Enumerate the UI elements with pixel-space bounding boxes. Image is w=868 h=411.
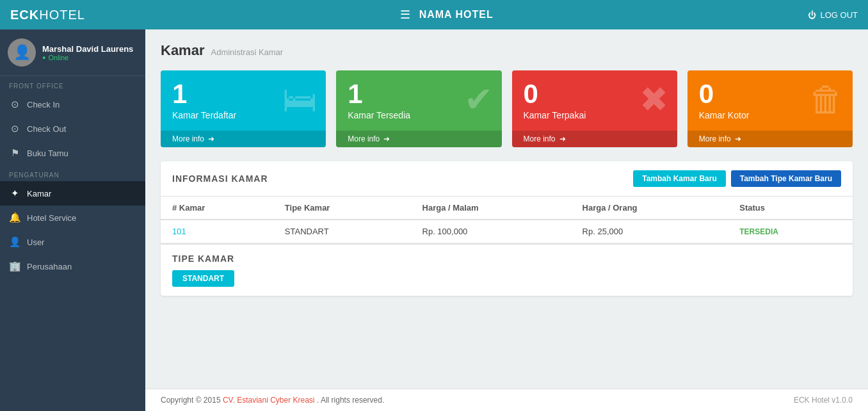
sidebar-item-kamar[interactable]: ✦ Kamar bbox=[0, 181, 145, 206]
col-status: Status bbox=[728, 197, 853, 220]
col-tipe: Tipe Kamar bbox=[273, 197, 411, 220]
footer: Copyright © 2015 CV. Estaviani Cyber Kre… bbox=[145, 389, 868, 411]
page-subtitle: Administrasi Kamar bbox=[211, 47, 283, 57]
building-icon: 🏢 bbox=[9, 261, 20, 272]
footer-version: ECK Hotel v1.0.0 bbox=[794, 396, 853, 405]
page-title: Kamar bbox=[161, 42, 204, 59]
col-harga-malam: Harga / Malam bbox=[411, 197, 571, 220]
kamar-table: # Kamar Tipe Kamar Harga / Malam Harga /… bbox=[161, 197, 853, 243]
tipe-title: TIPE KAMAR bbox=[172, 254, 841, 264]
footer-copyright: Copyright © 2015 CV. Estaviani Cyber Kre… bbox=[161, 396, 384, 405]
sidebar-user: 👤 Marshal David Laurens Online bbox=[0, 29, 145, 76]
tipe-kamar-cell: STANDART bbox=[273, 220, 411, 243]
circle-icon: ⊙ bbox=[9, 123, 20, 134]
info-section-header: INFORMASI KAMAR Tambah Kamar Baru Tambah… bbox=[161, 161, 853, 197]
trash-icon: 🗑 bbox=[809, 79, 844, 119]
sidebar-label: User bbox=[27, 238, 44, 247]
harga-malam-cell: Rp. 100,000 bbox=[411, 220, 571, 243]
tambah-kamar-button[interactable]: Tambah Kamar Baru bbox=[633, 170, 725, 187]
sidebar-item-perusahaan[interactable]: 🏢 Perusahaan bbox=[0, 254, 145, 278]
stat-card-kotor: 0 Kamar Kotor 🗑 More info ➜ bbox=[687, 70, 853, 147]
section-label-front-office: FRONT OFFICE bbox=[0, 76, 145, 92]
sidebar-label: Kamar bbox=[27, 189, 51, 198]
harga-orang-cell: Rp. 25,000 bbox=[571, 220, 728, 243]
info-section-title: INFORMASI KAMAR bbox=[172, 173, 268, 184]
arrow-icon: ➜ bbox=[383, 134, 390, 143]
hotel-name: NAMA HOTEL bbox=[419, 9, 494, 20]
status-badge: TERSEDIA bbox=[728, 220, 853, 243]
sidebar-label: Perusahaan bbox=[27, 262, 72, 271]
sidebar-item-user[interactable]: 👤 User bbox=[0, 230, 145, 254]
sidebar-item-check-in[interactable]: ⊙ Check In bbox=[0, 92, 145, 117]
power-icon: ⏻ bbox=[808, 10, 816, 20]
stat-cards: 1 Kamar Terdaftar 🛏 More info ➜ 1 Kamar … bbox=[161, 70, 853, 147]
cross-icon: ✖ bbox=[639, 79, 668, 120]
sidebar-label: Check Out bbox=[27, 124, 66, 134]
brand-logo: ECKHOTEL bbox=[10, 8, 85, 22]
check-icon: ✔ bbox=[464, 79, 493, 120]
stat-card-terpakai: 0 Kamar Terpakai ✖ More info ➜ bbox=[512, 70, 677, 147]
arrow-icon: ➜ bbox=[208, 134, 214, 143]
user-icon: 👤 bbox=[9, 236, 20, 248]
sidebar-item-hotel-service[interactable]: 🔔 Hotel Service bbox=[0, 206, 145, 230]
info-section: INFORMASI KAMAR Tambah Kamar Baru Tambah… bbox=[161, 161, 853, 296]
col-kamar: # Kamar bbox=[161, 197, 273, 220]
flag-icon: ⚑ bbox=[9, 147, 20, 159]
company-link[interactable]: CV. Estaviani Cyber Kreasi bbox=[223, 396, 315, 405]
col-harga-orang: Harga / Orang bbox=[571, 197, 728, 220]
more-info-btn[interactable]: More info ➜ bbox=[161, 131, 326, 147]
standart-tipe-button[interactable]: STANDART bbox=[172, 270, 234, 287]
sidebar-label: Check In bbox=[27, 100, 60, 109]
navbar: ECKHOTEL ☰ NAMA HOTEL ⏻ LOG OUT bbox=[0, 0, 868, 29]
user-name: Marshal David Laurens bbox=[42, 44, 133, 54]
sidebar-label: Hotel Service bbox=[27, 213, 76, 223]
more-info-btn[interactable]: More info ➜ bbox=[687, 131, 853, 147]
tambah-tipe-button[interactable]: Tambah Tipe Kamar Baru bbox=[731, 170, 841, 187]
table-header-row: # Kamar Tipe Kamar Harga / Malam Harga /… bbox=[161, 197, 853, 220]
star-icon: ✦ bbox=[9, 188, 20, 199]
user-status: Online bbox=[42, 54, 133, 61]
arrow-icon: ➜ bbox=[735, 134, 741, 143]
stat-card-tersedia: 1 Kamar Tersedia ✔ More info ➜ bbox=[336, 70, 501, 147]
main-area: Kamar Administrasi Kamar 1 Kamar Terdaft… bbox=[145, 29, 868, 411]
menu-icon[interactable]: ☰ bbox=[400, 8, 410, 22]
tipe-section: TIPE KAMAR STANDART bbox=[161, 243, 853, 296]
stat-card-terdaftar: 1 Kamar Terdaftar 🛏 More info ➜ bbox=[161, 70, 326, 147]
arrow-icon: ➜ bbox=[559, 134, 566, 143]
logout-button[interactable]: ⏻ LOG OUT bbox=[808, 10, 858, 20]
more-info-btn[interactable]: More info ➜ bbox=[336, 131, 501, 147]
avatar: 👤 bbox=[8, 38, 36, 67]
sidebar-item-buku-tamu[interactable]: ⚑ Buku Tamu bbox=[0, 141, 145, 165]
section-label-pengaturan: PENGATURAN bbox=[0, 165, 145, 181]
sidebar-label: Buku Tamu bbox=[27, 149, 68, 158]
sidebar: 👤 Marshal David Laurens Online FRONT OFF… bbox=[0, 29, 145, 411]
more-info-btn[interactable]: More info ➜ bbox=[512, 131, 677, 147]
bed-icon: 🛏 bbox=[282, 79, 317, 119]
page-header: Kamar Administrasi Kamar bbox=[161, 42, 853, 59]
bell-icon: 🔔 bbox=[9, 212, 20, 223]
circle-icon: ⊙ bbox=[9, 99, 20, 110]
action-buttons: Tambah Kamar Baru Tambah Tipe Kamar Baru bbox=[633, 170, 841, 187]
room-number-link[interactable]: 101 bbox=[172, 227, 186, 236]
sidebar-item-check-out[interactable]: ⊙ Check Out bbox=[0, 117, 145, 141]
table-row: 101 STANDART Rp. 100,000 Rp. 25,000 TERS… bbox=[161, 220, 853, 243]
